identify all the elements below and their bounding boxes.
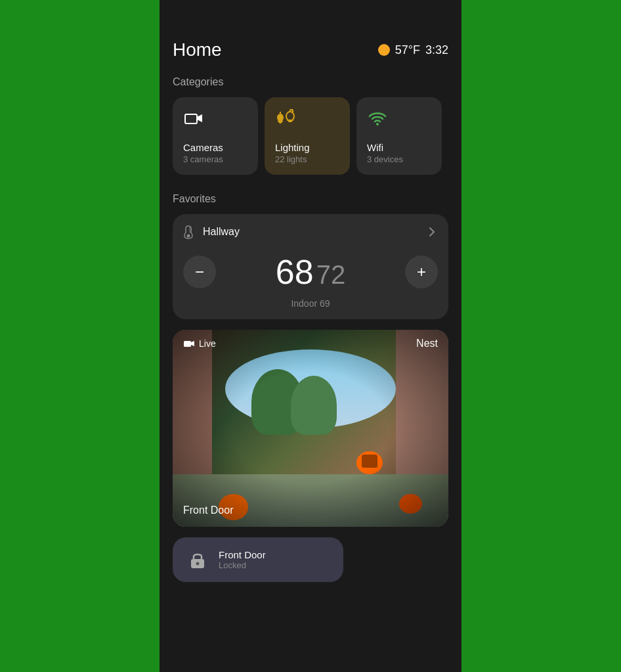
thermostat-card: Hallway − 68 72 + Indoor 69 [173,214,448,319]
lock-icon [190,550,205,569]
wifi-name: Wifi [367,142,431,153]
camera-live-indicator: Live [183,338,216,349]
thermostat-header: Hallway [183,225,438,239]
chevron-right-icon [426,226,438,238]
favorites-section: Favorites Hallway [173,193,448,582]
thermostat-location[interactable]: Hallway [183,225,240,239]
camera-brand: Nest [416,338,438,349]
header-right: 57°F 3:32 [378,43,448,57]
svg-point-8 [286,112,294,121]
temp-current: 68 [276,252,314,292]
decrease-temp-button[interactable]: − [183,256,216,288]
header: Home 57°F 3:32 [173,39,448,60]
category-card-cameras[interactable]: Cameras 3 cameras [173,97,258,175]
app-content: Home 57°F 3:32 Categories Cameras 3 came… [160,0,461,608]
lock-info: Front Door Locked [219,549,266,570]
lighting-sub: 22 lights [275,154,339,164]
svg-rect-0 [185,114,197,123]
svg-marker-18 [191,341,194,346]
wifi-sub: 3 devices [367,154,431,164]
camera-card[interactable]: Live Nest Front Door [173,330,448,527]
increase-temp-button[interactable]: + [405,256,438,288]
sun-icon [378,44,390,56]
thermostat-controls: − 68 72 + [183,252,438,292]
categories-label: Categories [173,76,448,88]
camera-header: Live Nest [173,330,448,357]
phone-frame: Home 57°F 3:32 Categories Cameras 3 came… [160,0,461,672]
category-card-lighting[interactable]: Lighting 22 lights [265,97,350,175]
lock-icon-wrap [186,548,209,571]
svg-point-13 [187,235,190,238]
svg-point-4 [277,114,284,122]
wifi-icon [367,108,388,129]
indoor-temp: Indoor 69 [183,298,438,309]
lighting-icon [275,108,296,129]
favorites-label: Favorites [173,193,448,205]
temp-target: 72 [316,260,346,290]
svg-point-20 [196,562,200,566]
lock-card[interactable]: Front Door Locked [173,537,343,582]
hallway-label: Hallway [203,226,240,238]
live-label: Live [199,338,216,349]
camera-video-icon [183,339,195,348]
categories-row: Cameras 3 cameras [173,97,448,175]
thermostat-icon [183,225,198,239]
camera-vignette [173,330,448,527]
current-time: 3:32 [425,43,448,57]
camera-image [173,330,448,527]
lock-status: Locked [219,560,266,570]
svg-rect-17 [184,341,191,347]
cameras-name: Cameras [183,142,247,153]
weather-temp: 57°F [395,43,420,57]
lock-name: Front Door [219,549,266,560]
cameras-sub: 3 cameras [183,154,247,164]
camera-icon [183,108,204,129]
svg-marker-1 [197,114,202,122]
camera-label: Front Door [183,504,233,516]
lighting-name: Lighting [275,142,339,153]
svg-rect-3 [279,122,282,123]
svg-point-12 [376,123,379,125]
page-title: Home [173,39,222,60]
category-card-wifi[interactable]: Wifi 3 devices [356,97,442,175]
temp-display: 68 72 [276,252,345,292]
